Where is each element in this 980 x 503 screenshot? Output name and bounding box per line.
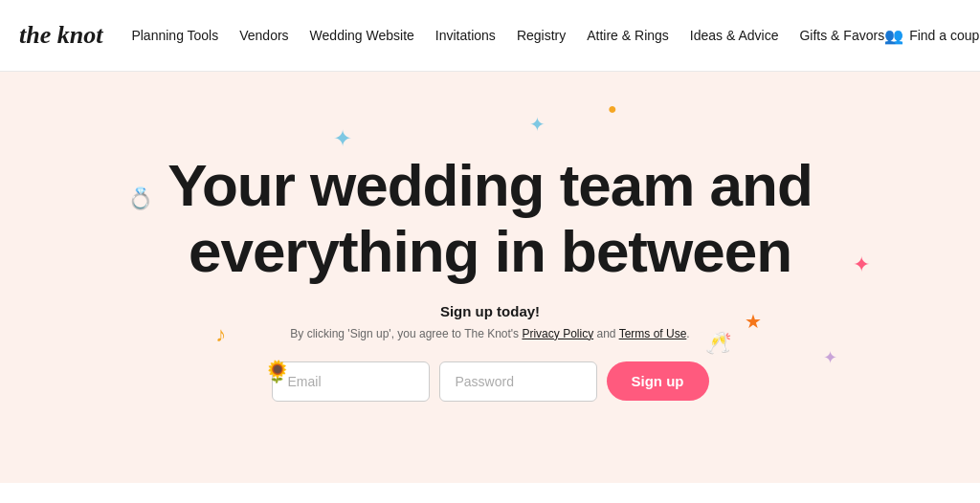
deco-star-1: ✦ (333, 125, 352, 152)
nav-planning-tools[interactable]: Planning Tools (131, 28, 218, 43)
deco-champagne: 🥂 (705, 331, 731, 356)
find-couple-label: Find a couple (909, 28, 980, 43)
terms-link[interactable]: Terms of Use (619, 327, 687, 340)
nav-invitations[interactable]: Invitations (435, 28, 496, 43)
deco-star-4: ✦ (823, 347, 837, 368)
deco-star-3: ✦ (853, 252, 870, 277)
nav-vendors[interactable]: Vendors (239, 28, 288, 43)
hero-signup-button[interactable]: Sign up (607, 361, 709, 401)
hero-title: Your wedding team and everything in betw… (167, 153, 813, 283)
deco-star-orange: ★ (745, 310, 762, 333)
nav-gifts-favors[interactable]: Gifts & Favors (799, 28, 884, 43)
hero-cta-label: Sign up today! (440, 303, 540, 319)
hero-legal: By clicking 'Sign up', you agree to The … (290, 327, 689, 340)
main-nav: Planning Tools Vendors Wedding Website I… (131, 28, 884, 43)
password-input[interactable] (439, 361, 597, 402)
privacy-policy-link[interactable]: Privacy Policy (522, 327, 593, 340)
find-vendors-section: Find vendors for every vibe Discover top… (0, 483, 980, 503)
nav-ideas-advice[interactable]: Ideas & Advice (690, 28, 779, 43)
nav-registry[interactable]: Registry (517, 28, 566, 43)
hero-section: ✦ ✦ ● ✦ ★ ✦ 🌻 ♪ 💍 🥂 Your wedding team an… (0, 72, 980, 483)
nav-wedding-website[interactable]: Wedding Website (310, 28, 414, 43)
header-right: 👥 Find a couple Log in Sign up (884, 18, 980, 53)
find-couple-link[interactable]: 👥 Find a couple (884, 27, 980, 45)
deco-dot-yellow: ● (608, 100, 617, 118)
email-input[interactable] (272, 361, 430, 402)
header: the knot Planning Tools Vendors Wedding … (0, 0, 980, 72)
hero-form: Sign up (272, 361, 709, 402)
hero-cta-section: Sign up today! By clicking 'Sign up', yo… (272, 303, 709, 402)
deco-ring: 💍 (127, 186, 153, 211)
find-couple-icon: 👥 (884, 27, 903, 45)
nav-attire-rings[interactable]: Attire & Rings (587, 28, 669, 43)
deco-star-2: ✦ (529, 113, 546, 136)
logo[interactable]: the knot (19, 21, 102, 50)
deco-music: ♪ (215, 322, 226, 347)
